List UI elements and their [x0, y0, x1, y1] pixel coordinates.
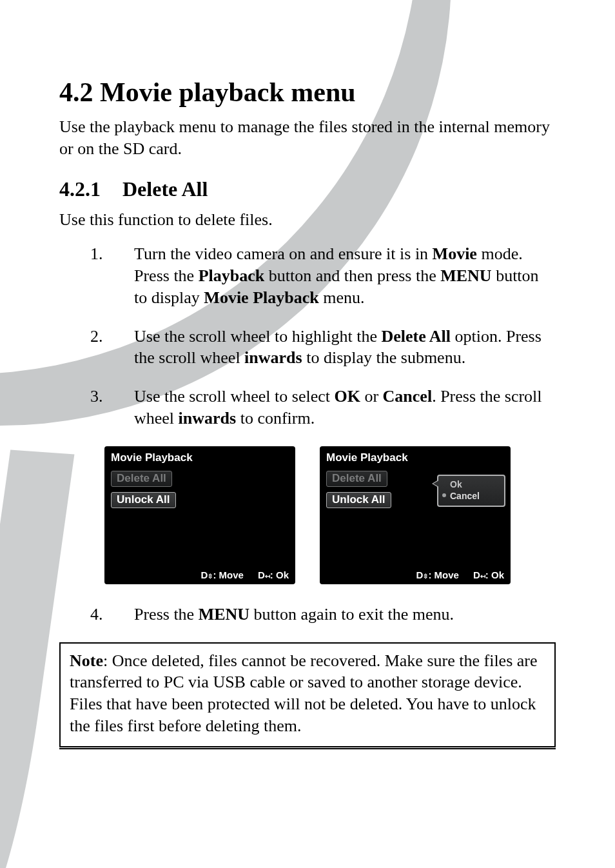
camera-lcd-screenshot: Movie Playback Delete All Unlock All D⇳:…	[104, 446, 295, 584]
embedded-screenshots-row: Movie Playback Delete All Unlock All D⇳:…	[59, 446, 556, 584]
lcd-title: Movie Playback	[320, 446, 511, 468]
hint-label: : Ok	[485, 569, 504, 580]
step-text: Turn the video camera on and ensure it i…	[134, 244, 433, 263]
menu-item-unlock-all: Unlock All	[111, 492, 176, 508]
subsection-heading: 4.2.1Delete All	[59, 177, 556, 201]
hint-label: : Ok	[270, 569, 289, 580]
instruction-list-continued: Press the MENU button again to exit the …	[59, 604, 556, 626]
note-body-text: : Once deleted, files cannot be recovere…	[70, 651, 538, 735]
instruction-step: Press the MENU button again to exit the …	[90, 604, 556, 626]
step-bold: Delete All	[381, 327, 451, 346]
step-text: to confirm.	[236, 409, 315, 428]
lcd-hint-bar: D⇳: Move D↤: Ok	[201, 569, 289, 580]
step-bold: MENU	[199, 605, 249, 624]
hint-ok: D↤: Ok	[473, 569, 504, 580]
document-page: 4.2 Movie playback menu Use the playback…	[0, 0, 615, 868]
hint-move: D⇳: Move	[416, 569, 459, 580]
subsection-title: Delete All	[122, 177, 208, 201]
section-heading: 4.2 Movie playback menu	[59, 76, 556, 108]
step-text: button and then press the	[264, 266, 440, 285]
subsection-number: 4.2.1	[59, 177, 122, 201]
menu-item-delete-all: Delete All	[111, 471, 172, 487]
step-bold: OK	[334, 387, 360, 406]
step-bold: MENU	[440, 266, 491, 285]
hint-move: D⇳: Move	[201, 569, 244, 580]
step-text: or	[360, 387, 383, 406]
instruction-step: Turn the video camera on and ensure it i…	[90, 243, 556, 308]
lcd-title: Movie Playback	[104, 446, 295, 468]
step-text: Use the scroll wheel to highlight the	[134, 327, 381, 346]
popup-option-cancel: Cancel	[445, 490, 500, 502]
subsection-intro-text: Use this function to delete files.	[59, 209, 556, 230]
lcd-menu-list: Delete All Unlock All	[104, 468, 295, 511]
hint-label: : Move	[428, 569, 459, 580]
step-bold: inwards	[179, 409, 237, 428]
step-bold: Movie	[433, 244, 477, 263]
step-bold: Cancel	[383, 387, 433, 406]
instruction-step: Use the scroll wheel to highlight the De…	[90, 326, 556, 370]
step-text: button again to exit the menu.	[249, 605, 454, 624]
menu-item-delete-all: Delete All	[326, 471, 387, 487]
instruction-list: Turn the video camera on and ensure it i…	[59, 243, 556, 429]
arrow-in-icon: ↤	[265, 572, 270, 579]
hint-ok: D↤: Ok	[258, 569, 289, 580]
note-callout-box: Note: Once deleted, files cannot be reco…	[59, 642, 556, 747]
step-text: to display the submenu.	[302, 348, 465, 367]
step-bold: inwards	[244, 348, 302, 367]
step-text: menu.	[319, 288, 365, 307]
scroll-wheel-icon: D	[201, 569, 208, 580]
lcd-hint-bar: D⇳: Move D↤: Ok	[416, 569, 504, 580]
step-text: Press the	[134, 605, 199, 624]
page-content: 4.2 Movie playback menu Use the playback…	[0, 0, 615, 747]
step-bold: Movie Playback	[204, 288, 318, 307]
section-intro-text: Use the playback menu to manage the file…	[59, 116, 556, 159]
instruction-step: Use the scroll wheel to select OK or Can…	[90, 386, 556, 429]
note-label: Note	[70, 651, 103, 670]
scroll-wheel-icon: D	[416, 569, 424, 580]
scroll-wheel-icon: D	[473, 569, 480, 580]
step-bold: Playback	[199, 266, 265, 285]
confirm-popup: Ok Cancel	[437, 475, 505, 507]
hint-label: : Move	[213, 569, 244, 580]
footer-horizontal-rule	[59, 748, 556, 749]
arrow-in-icon: ↤	[480, 572, 485, 579]
menu-item-unlock-all: Unlock All	[326, 492, 391, 508]
step-text: Use the scroll wheel to select	[134, 387, 334, 406]
scroll-wheel-icon: D	[258, 569, 265, 580]
camera-lcd-screenshot: Movie Playback Delete All Unlock All Ok …	[320, 446, 511, 584]
popup-option-ok: Ok	[445, 478, 500, 490]
popup-pointer-icon	[432, 480, 438, 488]
